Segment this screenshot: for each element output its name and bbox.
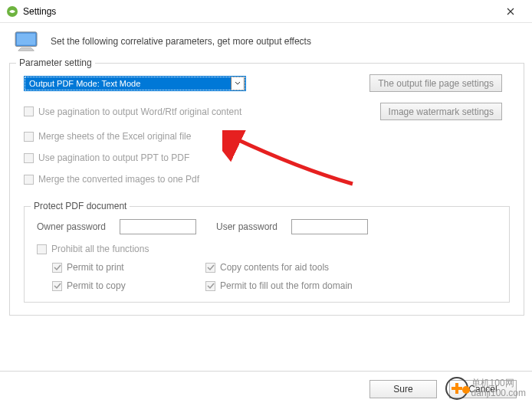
checkbox-label: Merge the converted images to one Pdf xyxy=(38,174,199,185)
close-icon xyxy=(507,8,514,15)
cancel-button[interactable]: Cancel xyxy=(449,380,517,398)
parameter-fieldset: Parameter setting Output PDF Mode: Text … xyxy=(9,63,524,316)
checkbox-copy-aid[interactable]: Copy contents for aid tools xyxy=(205,262,405,273)
checkbox-pagination-word[interactable]: Use pagination to output Word/Rtf origin… xyxy=(24,106,380,117)
password-row: Owner password User password xyxy=(37,219,497,234)
close-button[interactable] xyxy=(495,0,526,23)
bottom-bar: Sure Cancel xyxy=(0,371,532,406)
checkbox-icon xyxy=(24,132,34,142)
checkbox-label: Permit to fill out the form domain xyxy=(220,280,353,291)
checkbox-icon xyxy=(37,244,47,254)
checkbox-label: Use pagination to output PPT to PDF xyxy=(38,152,189,163)
fieldset-legend: Parameter setting xyxy=(16,57,95,68)
watermark-settings-button[interactable]: Image watermark settings xyxy=(380,103,502,120)
checkbox-icon xyxy=(52,281,62,291)
owner-password-label: Owner password xyxy=(37,221,113,232)
checkbox-prohibit-all[interactable]: Prohibit all the functions xyxy=(37,244,497,254)
svg-rect-2 xyxy=(17,34,35,45)
checkbox-merge-excel[interactable]: Merge sheets of the Excel original file xyxy=(24,131,510,142)
checkbox-pagination-ppt[interactable]: Use pagination to output PPT to PDF xyxy=(24,152,510,163)
dropdown-text: Output PDF Mode: Text Mode xyxy=(25,79,230,88)
user-password-input[interactable] xyxy=(291,219,368,234)
header-text: Set the following correlative parameters… xyxy=(51,36,311,47)
monitor-icon xyxy=(14,31,40,52)
app-icon xyxy=(6,5,18,18)
dropdown-row: Output PDF Mode: Text Mode The output fi… xyxy=(24,74,510,92)
checkbox-label: Copy contents for aid tools xyxy=(220,262,329,273)
checkbox-icon xyxy=(52,263,62,273)
output-mode-dropdown[interactable]: Output PDF Mode: Text Mode xyxy=(24,76,246,91)
title-bar: Settings xyxy=(0,0,532,23)
checkbox-merge-images[interactable]: Merge the converted images to one Pdf xyxy=(24,174,510,185)
row-chk1: Use pagination to output Word/Rtf origin… xyxy=(24,103,510,120)
checkbox-label: Use pagination to output Word/Rtf origin… xyxy=(38,106,241,117)
checkbox-label: Prohibit all the functions xyxy=(51,244,149,254)
checkbox-label: Permit to print xyxy=(67,262,124,273)
checkbox-icon xyxy=(24,153,34,163)
checkbox-permit-print[interactable]: Permit to print xyxy=(52,262,205,273)
checkbox-icon xyxy=(24,106,34,116)
window-title: Settings xyxy=(23,6,495,17)
sure-button[interactable]: Sure xyxy=(369,380,437,398)
checkbox-permit-form[interactable]: Permit to fill out the form domain xyxy=(205,280,405,291)
checkbox-icon xyxy=(24,175,34,185)
checkbox-icon xyxy=(205,263,215,273)
protect-fieldset: Protect PDF document Owner password User… xyxy=(24,206,510,303)
owner-password-input[interactable] xyxy=(120,219,196,234)
page-settings-button[interactable]: The output file page settings xyxy=(369,74,502,92)
checkbox-label: Permit to copy xyxy=(67,280,126,291)
chevron-down-icon xyxy=(231,77,245,90)
protect-legend: Protect PDF document xyxy=(31,201,130,211)
user-password-label: User password xyxy=(216,221,285,232)
permissions-grid: Permit to print Copy contents for aid to… xyxy=(52,262,497,291)
checkbox-icon xyxy=(205,281,215,291)
checkbox-permit-copy[interactable]: Permit to copy xyxy=(52,280,205,291)
checkbox-label: Merge sheets of the Excel original file xyxy=(38,131,191,142)
